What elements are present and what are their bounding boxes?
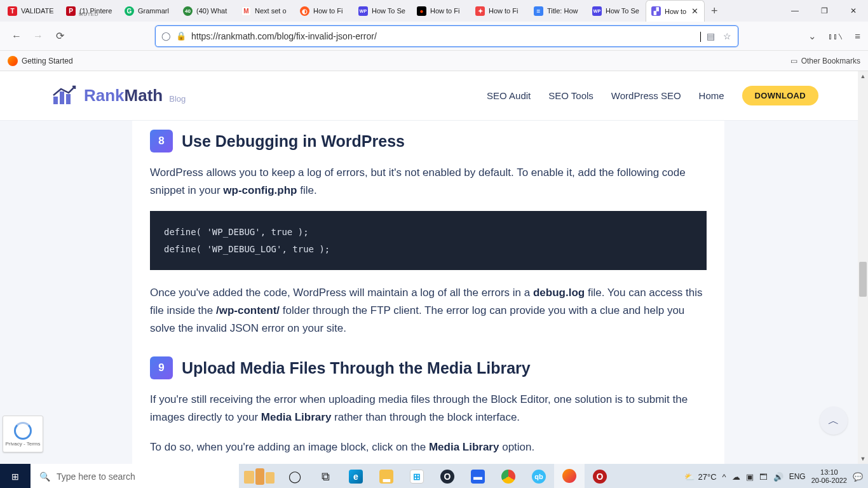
browser-tab[interactable]: TVALIDATE bbox=[3, 0, 61, 22]
scroll-up-arrow-icon[interactable]: ▲ bbox=[858, 71, 868, 81]
lock-icon[interactable]: 🔒 bbox=[176, 31, 186, 41]
bookmarks-bar: Getting Started ▭Other Bookmarks bbox=[0, 51, 868, 71]
folder-icon: ▭ bbox=[790, 57, 797, 65]
page-viewport: RankMath Blog SEO Audit SEO Tools WordPr… bbox=[0, 71, 868, 464]
scroll-down-arrow-icon[interactable]: ▼ bbox=[858, 454, 868, 464]
paragraph: If you're still receiving the error when… bbox=[150, 391, 707, 426]
browser-tab[interactable]: WPHow To Se bbox=[587, 0, 646, 22]
svg-rect-3 bbox=[244, 471, 254, 484]
browser-tab-active[interactable]: ▞How to✕ bbox=[646, 0, 705, 22]
start-button[interactable]: ⊞ bbox=[0, 464, 31, 488]
library-icon[interactable]: ⫾⫾⧵ bbox=[828, 30, 843, 42]
system-tray: ⛅27°C ^ ☁ ▣ 🗔 🔊 ENG 13:1020-06-2022 💬 bbox=[684, 468, 868, 484]
bookmark-getting-started[interactable]: Getting Started bbox=[8, 56, 73, 66]
site-logo[interactable]: RankMath Blog bbox=[50, 85, 186, 107]
url-text[interactable]: https://rankmath.com/blog/fix-invalid-js… bbox=[191, 31, 700, 41]
browser-tab[interactable]: WPHow To Se bbox=[353, 0, 412, 22]
nav-seo-tools[interactable]: SEO Tools bbox=[548, 90, 593, 101]
svg-rect-2 bbox=[66, 94, 71, 104]
taskbar-app-mail[interactable]: ▬ bbox=[463, 464, 493, 488]
app-menu-icon[interactable]: ≡ bbox=[855, 30, 860, 42]
scrollbar-thumb[interactable] bbox=[859, 262, 867, 297]
nav-home[interactable]: Home bbox=[699, 90, 724, 101]
shield-icon[interactable]: ◯ bbox=[161, 31, 171, 41]
task-view-button[interactable]: ◯ bbox=[280, 464, 310, 488]
back-button[interactable]: ← bbox=[8, 27, 25, 45]
taskbar-app-store[interactable]: ⊞ bbox=[402, 464, 432, 488]
onedrive-icon[interactable]: ☁ bbox=[732, 472, 740, 482]
forward-button: → bbox=[29, 27, 47, 45]
scroll-to-top-button[interactable]: ︿ bbox=[820, 407, 848, 435]
taskbar-app-opera[interactable]: O bbox=[432, 464, 463, 488]
heading-section-8: 8 Use Debugging in WordPress bbox=[150, 130, 707, 152]
browser-tab-strip: TVALIDATE P(1) PintereMUTED GGrammarl 40… bbox=[0, 0, 868, 22]
weather-widget[interactable]: ⛅27°C bbox=[684, 472, 717, 482]
browser-tab[interactable]: P(1) PintereMUTED bbox=[61, 0, 119, 22]
browser-tab[interactable]: ≡Title: How bbox=[529, 0, 587, 22]
tray-meet-icon[interactable]: ▣ bbox=[746, 472, 754, 482]
paragraph: Once you've added the code, WordPress wi… bbox=[150, 284, 707, 337]
browser-tab[interactable]: MNext set o bbox=[236, 0, 295, 22]
taskbar-app-edge[interactable]: e bbox=[341, 464, 371, 488]
svg-rect-0 bbox=[53, 97, 58, 104]
taskbar-app-firefox[interactable] bbox=[554, 464, 585, 488]
volume-icon[interactable]: 🔊 bbox=[773, 472, 783, 482]
taskbar-app-opera-red[interactable]: O bbox=[585, 464, 615, 488]
battery-icon[interactable]: 🗔 bbox=[759, 472, 768, 482]
taskbar-widget[interactable] bbox=[239, 464, 280, 488]
firefox-icon bbox=[8, 56, 18, 66]
svg-rect-1 bbox=[60, 92, 64, 104]
window-maximize-button[interactable]: ❐ bbox=[810, 0, 839, 22]
nav-seo-audit[interactable]: SEO Audit bbox=[487, 90, 531, 101]
taskbar-apps: ◯ ⧉ e ▂ ⊞ O ▬ qb O bbox=[280, 464, 615, 488]
weather-icon: ⛅ bbox=[684, 472, 695, 482]
taskbar-app[interactable]: ⧉ bbox=[310, 464, 341, 488]
close-tab-icon[interactable]: ✕ bbox=[690, 7, 699, 16]
reload-button[interactable]: ⟳ bbox=[51, 27, 69, 45]
browser-tab[interactable]: 40(40) What bbox=[178, 0, 236, 22]
vertical-scrollbar[interactable]: ▲ ▼ bbox=[858, 71, 868, 464]
bookmark-star-icon[interactable]: ☆ bbox=[721, 30, 733, 42]
svg-rect-5 bbox=[266, 472, 275, 484]
site-header: RankMath Blog SEO Audit SEO Tools WordPr… bbox=[0, 71, 868, 121]
recaptcha-icon bbox=[14, 422, 32, 440]
taskbar-search[interactable]: 🔍Type here to search bbox=[31, 464, 239, 488]
new-tab-button[interactable]: + bbox=[705, 0, 724, 22]
browser-toolbar: ← → ⟳ ◯ 🔒 https://rankmath.com/blog/fix-… bbox=[0, 22, 868, 51]
browser-tab[interactable]: ●How to Fi bbox=[412, 0, 470, 22]
heading-section-9: 9 Upload Media Files Through the Media L… bbox=[150, 356, 707, 379]
paragraph: To do so, when you're adding an image bl… bbox=[150, 438, 707, 456]
svg-rect-4 bbox=[255, 468, 264, 485]
taskbar-clock[interactable]: 13:1020-06-2022 bbox=[811, 468, 847, 484]
nav-wordpress-seo[interactable]: WordPress SEO bbox=[611, 90, 681, 101]
download-button[interactable]: DOWNLOAD bbox=[742, 86, 818, 105]
browser-tab[interactable]: GGrammarl bbox=[119, 0, 178, 22]
step-number-badge: 8 bbox=[150, 130, 173, 152]
taskbar-app-explorer[interactable]: ▂ bbox=[371, 464, 402, 488]
taskbar-app-chrome[interactable] bbox=[493, 464, 524, 488]
language-indicator[interactable]: ENG bbox=[789, 472, 806, 481]
windows-taskbar: ⊞ 🔍Type here to search ◯ ⧉ e ▂ ⊞ O ▬ qb … bbox=[0, 464, 868, 488]
browser-tab[interactable]: ◐How to Fi bbox=[295, 0, 353, 22]
other-bookmarks-button[interactable]: ▭Other Bookmarks bbox=[790, 57, 860, 65]
step-number-badge: 9 bbox=[150, 356, 173, 379]
taskbar-app-qbit[interactable]: qb bbox=[524, 464, 554, 488]
recaptcha-badge[interactable]: Privacy - Terms bbox=[3, 416, 43, 452]
window-minimize-button[interactable]: — bbox=[780, 0, 810, 22]
tray-chevron-icon[interactable]: ^ bbox=[722, 472, 726, 482]
browser-tab[interactable]: ✦How to Fi bbox=[470, 0, 529, 22]
windows-icon: ⊞ bbox=[11, 471, 19, 482]
main-nav: SEO Audit SEO Tools WordPress SEO Home D… bbox=[487, 86, 818, 105]
address-bar[interactable]: ◯ 🔒 https://rankmath.com/blog/fix-invali… bbox=[155, 25, 738, 47]
reader-mode-icon[interactable]: ▤ bbox=[705, 30, 716, 42]
window-close-button[interactable]: ✕ bbox=[839, 0, 868, 22]
code-block: define( 'WP_DEBUG', true ); define( 'WP_… bbox=[150, 211, 707, 270]
chevron-up-icon: ︿ bbox=[828, 413, 839, 428]
article-content: 8 Use Debugging in WordPress WordPress a… bbox=[132, 121, 724, 464]
paragraph: WordPress allows you to keep a log of er… bbox=[150, 164, 707, 200]
notifications-icon[interactable]: 💬 bbox=[853, 472, 863, 482]
pocket-icon[interactable]: ⌄ bbox=[808, 30, 817, 42]
search-icon: 🔍 bbox=[39, 471, 50, 482]
logo-mark-icon bbox=[50, 85, 81, 107]
